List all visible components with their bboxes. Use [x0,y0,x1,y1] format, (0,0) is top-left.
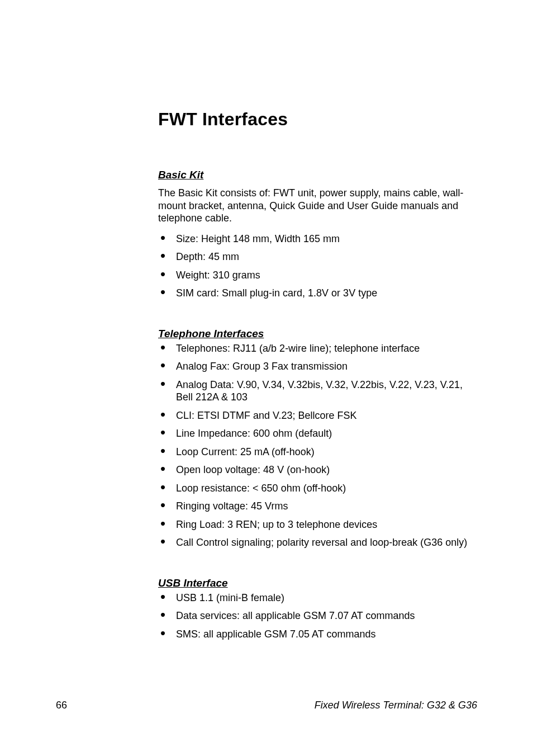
list-item: Data services: all applicable GSM 7.07 A… [158,609,477,622]
list-item: Loop Current: 25 mA (off-hook) [158,446,477,459]
basic-kit-list: Size: Height 148 mm, Width 165 mm Depth:… [158,233,477,300]
page-number: 66 [56,700,67,711]
section-heading-basic-kit: Basic Kit [158,169,477,181]
list-item: Loop resistance: < 650 ohm (off-hook) [158,482,477,495]
list-item: Open loop voltage: 48 V (on-hook) [158,464,477,476]
list-item: Ringing voltage: 45 Vrms [158,500,477,513]
usb-interface-list: USB 1.1 (mini-B female) Data services: a… [158,592,477,641]
list-item: Analog Data: V.90, V.34, V.32bis, V.32, … [158,379,477,404]
basic-kit-intro: The Basic Kit consists of: FWT unit, pow… [158,187,471,225]
list-item: USB 1.1 (mini-B female) [158,592,477,604]
section-heading-telephone-interfaces: Telephone Interfaces [158,328,477,340]
list-item: Analog Fax: Group 3 Fax transmission [158,360,477,373]
list-item: SIM card: Small plug-in card, 1.8V or 3V… [158,287,477,300]
list-item: Weight: 310 grams [158,269,477,282]
list-item: CLI: ETSI DTMF and V.23; Bellcore FSK [158,409,477,422]
list-item: Line Impedance: 600 ohm (default) [158,427,477,440]
list-item: Call Control signaling; polarity reversa… [158,536,477,549]
list-item: Size: Height 148 mm, Width 165 mm [158,233,477,245]
page: FWT Interfaces Basic Kit The Basic Kit c… [0,0,533,756]
telephone-interfaces-list: Telephones: RJ11 (a/b 2-wire line); tele… [158,342,477,549]
list-item: Depth: 45 mm [158,251,477,263]
list-item: Telephones: RJ11 (a/b 2-wire line); tele… [158,342,477,355]
list-item: SMS: all applicable GSM 7.05 AT commands [158,628,477,641]
section-heading-usb-interface: USB Interface [158,577,477,589]
footer-doc-title: Fixed Wireless Terminal: G32 & G36 [315,700,477,711]
page-footer: 66 Fixed Wireless Terminal: G32 & G36 [0,700,533,711]
list-item: Ring Load: 3 REN; up to 3 telephone devi… [158,518,477,531]
page-title: FWT Interfaces [158,109,477,130]
